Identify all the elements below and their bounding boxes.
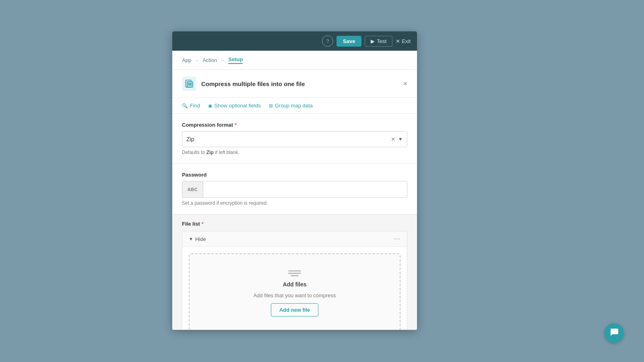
group-icon: ⊞: [269, 103, 273, 109]
hide-button[interactable]: ▼ Hide: [189, 236, 206, 242]
show-optional-button[interactable]: ◉ Show optional fields: [208, 102, 261, 109]
breadcrumb-app[interactable]: App: [182, 57, 191, 63]
chat-icon: [609, 327, 619, 339]
password-section: Password ABC Set a password if encryptio…: [172, 164, 417, 214]
find-button[interactable]: 🔍 Find: [182, 102, 200, 109]
drop-title: Add files: [283, 281, 306, 288]
top-bar: ? Save ▶ Test ✕ Exit: [172, 31, 417, 51]
page-header: Compress multiple files into one file ×: [172, 70, 417, 98]
password-input-wrapper: ABC: [182, 181, 407, 198]
file-list-section: File list * ▼ Hide ··· Add files: [172, 214, 417, 330]
test-icon: ▶: [371, 38, 375, 44]
more-options-button[interactable]: ···: [394, 235, 400, 243]
compression-format-label: Compression format *: [182, 122, 407, 128]
close-icon: ✕: [396, 38, 400, 44]
breadcrumb-action[interactable]: Action: [202, 57, 217, 63]
chat-button[interactable]: [605, 323, 624, 343]
file-list-label: File list *: [182, 221, 407, 227]
compression-format-section: Compression format * Zip ✕ ▼ Defaults to…: [172, 114, 417, 164]
chevron-down-icon[interactable]: ▼: [398, 136, 403, 142]
main-window: ? Save ▶ Test ✕ Exit App → Action → Setu…: [172, 31, 417, 330]
page-icon: [182, 76, 196, 91]
eye-icon: ◉: [208, 103, 212, 109]
password-prefix: ABC: [182, 181, 203, 197]
drop-subtitle: Add files that you want to compress: [253, 292, 336, 298]
compression-format-select[interactable]: Zip ✕ ▼: [182, 131, 407, 147]
breadcrumb: App → Action → Setup: [172, 51, 417, 70]
required-mark: *: [233, 122, 237, 128]
svg-rect-1: [187, 82, 193, 87]
password-input[interactable]: [203, 181, 407, 197]
compression-format-hint: Defaults to Zip if left blank.: [182, 150, 407, 155]
file-list-header: ▼ Hide ···: [182, 231, 407, 247]
breadcrumb-arrow-1: →: [194, 58, 199, 63]
group-map-button[interactable]: ⊞ Group map data: [269, 102, 313, 109]
help-button[interactable]: ?: [322, 35, 333, 47]
icon-line-2: [288, 273, 301, 274]
file-list-card: ▼ Hide ··· Add files Add files that you …: [182, 231, 407, 330]
drop-zone: Add files Add files that you want to com…: [189, 253, 400, 330]
page-close-button[interactable]: ×: [403, 80, 407, 87]
select-clear-icon[interactable]: ✕: [391, 136, 396, 142]
files-icon: [288, 270, 301, 276]
breadcrumb-setup[interactable]: Setup: [228, 56, 243, 64]
toolbar: 🔍 Find ◉ Show optional fields ⊞ Group ma…: [172, 98, 417, 114]
add-new-file-button[interactable]: Add new file: [271, 303, 319, 317]
search-icon: 🔍: [182, 103, 188, 109]
compression-format-value: Zip: [186, 136, 391, 142]
content-area: Compress multiple files into one file × …: [172, 70, 417, 330]
test-button[interactable]: ▶ Test: [365, 36, 392, 47]
icon-line-1: [288, 270, 301, 272]
page-header-left: Compress multiple files into one file: [182, 76, 305, 91]
chevron-left-icon: ▼: [189, 237, 193, 241]
breadcrumb-arrow-2: →: [220, 58, 225, 63]
exit-button[interactable]: ✕ Exit: [396, 38, 411, 44]
save-button[interactable]: Save: [336, 36, 361, 47]
password-label: Password: [182, 172, 407, 178]
page-title: Compress multiple files into one file: [201, 80, 305, 87]
file-list-required: *: [200, 221, 204, 227]
password-hint: Set a password if encryption is required…: [182, 200, 407, 206]
icon-line-3: [291, 275, 299, 276]
